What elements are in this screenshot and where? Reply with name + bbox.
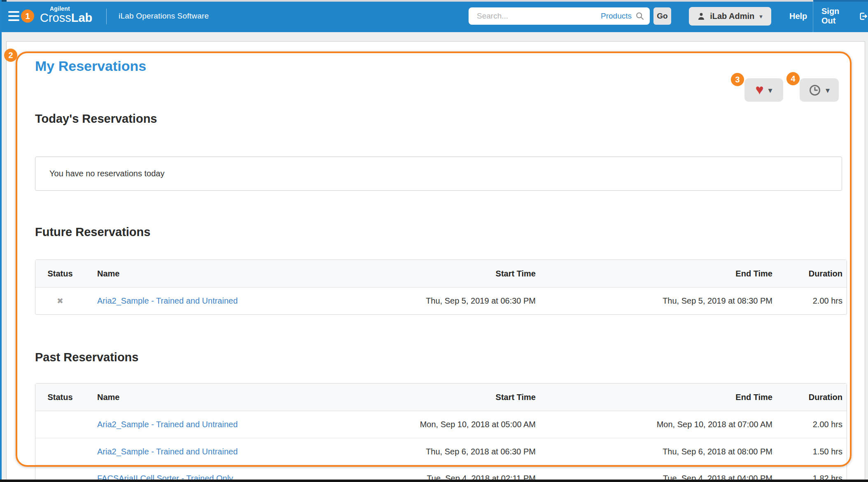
end-time-cell: Thu, Sep 5, 2019 at 08:30 PM (536, 296, 772, 306)
search-box: Products (469, 7, 650, 25)
chevron-down-icon: ▾ (826, 86, 830, 94)
cancelled-status-icon[interactable]: ✖ (57, 297, 63, 305)
annotation-badge-2: 2 (4, 49, 17, 62)
table-header-row: Status Name Start Time End Time Duration (35, 384, 847, 411)
start-time-cell: Thu, Sep 6, 2018 at 06:30 PM (371, 447, 536, 456)
window-left-edge (0, 0, 2, 482)
end-time-cell: Mon, Sep 10, 2018 at 07:00 AM (536, 420, 772, 429)
column-header-status: Status (35, 393, 97, 402)
chevron-down-icon: ▾ (768, 86, 772, 94)
sign-out-label: Sign Out (821, 7, 855, 26)
top-nav-bar: Agilent CrossLab iLab Operations Softwar… (0, 0, 868, 32)
start-time-cell: Thu, Sep 5, 2019 at 06:30 PM (371, 296, 536, 306)
today-empty-message: You have no reservations today (35, 157, 842, 191)
search-input[interactable] (469, 7, 601, 25)
future-reservations-heading: Future Reservations (35, 225, 150, 239)
start-time-cell: Mon, Sep 10, 2018 at 05:00 AM (371, 420, 536, 429)
today-reservations-heading: Today's Reservations (35, 112, 157, 126)
column-header-duration: Duration (772, 393, 847, 402)
user-icon (698, 12, 705, 20)
annotation-badge-3: 3 (731, 73, 744, 86)
column-header-end: End Time (536, 269, 772, 278)
sign-out-link[interactable]: Sign Out (821, 0, 868, 32)
reservation-link[interactable]: Aria2_Sample - Trained and Untrained (97, 447, 238, 456)
agilent-crosslab-logo: Agilent CrossLab (40, 6, 92, 24)
favorites-dropdown-button[interactable]: ♥ ▾ (744, 78, 783, 102)
reservation-link[interactable]: Aria2_Sample - Trained and Untrained (97, 296, 238, 305)
table-header-row: Status Name Start Time End Time Duration (35, 260, 847, 288)
page-title: My Reservations (35, 58, 146, 74)
table-row: Aria2_Sample - Trained and Untrained Mon… (35, 411, 847, 438)
column-header-status: Status (35, 269, 97, 278)
search-icon (636, 12, 644, 20)
past-reservations-heading: Past Reservations (35, 351, 138, 364)
column-header-start: Start Time (371, 393, 536, 402)
duration-cell: 2.00 hrs (772, 420, 847, 429)
annotation-badge-1: 1 (21, 9, 34, 23)
column-header-name: Name (97, 393, 371, 402)
header-divider-2 (813, 0, 813, 32)
menu-icon[interactable] (8, 11, 19, 21)
help-link[interactable]: Help (789, 0, 807, 32)
recent-dropdown-button[interactable]: ▾ (800, 78, 839, 102)
table-row: Aria2_Sample - Trained and Untrained Thu… (35, 438, 847, 465)
header-divider (106, 9, 107, 24)
clock-icon (809, 84, 821, 96)
logo-agilent-text: Agilent (50, 6, 92, 12)
user-menu-button[interactable]: iLab Admin ▾ (689, 7, 771, 26)
sign-out-icon (859, 12, 868, 21)
duration-cell: 1.50 hrs (772, 447, 847, 456)
chevron-down-icon: ▾ (759, 13, 763, 19)
search-scope-products[interactable]: Products (601, 12, 632, 21)
past-reservations-table: Status Name Start Time End Time Duration… (35, 383, 847, 482)
column-header-end: End Time (536, 393, 772, 402)
search-go-button[interactable]: Go (653, 7, 671, 25)
annotation-badge-4: 4 (786, 72, 800, 85)
app-title: iLab Operations Software (119, 0, 209, 32)
heart-icon: ♥ (755, 82, 763, 96)
future-reservations-table: Status Name Start Time End Time Duration… (35, 260, 847, 315)
table-row: ✖ Aria2_Sample - Trained and Untrained T… (35, 288, 847, 314)
logo-lab-text: Lab (71, 11, 93, 24)
user-menu-label: iLab Admin (710, 12, 754, 21)
column-header-duration: Duration (772, 269, 847, 278)
app-window: Agilent CrossLab iLab Operations Softwar… (0, 0, 868, 482)
duration-cell: 2.00 hrs (772, 296, 847, 306)
column-header-name: Name (97, 269, 371, 278)
window-top-edge (0, 0, 868, 2)
reservation-link[interactable]: Aria2_Sample - Trained and Untrained (97, 420, 238, 429)
window-bottom-edge (0, 480, 868, 482)
help-label: Help (789, 12, 807, 21)
column-header-start: Start Time (371, 269, 536, 278)
end-time-cell: Thu, Sep 6, 2018 at 08:00 PM (536, 447, 772, 456)
logo-cross-text: Cross (40, 11, 71, 24)
